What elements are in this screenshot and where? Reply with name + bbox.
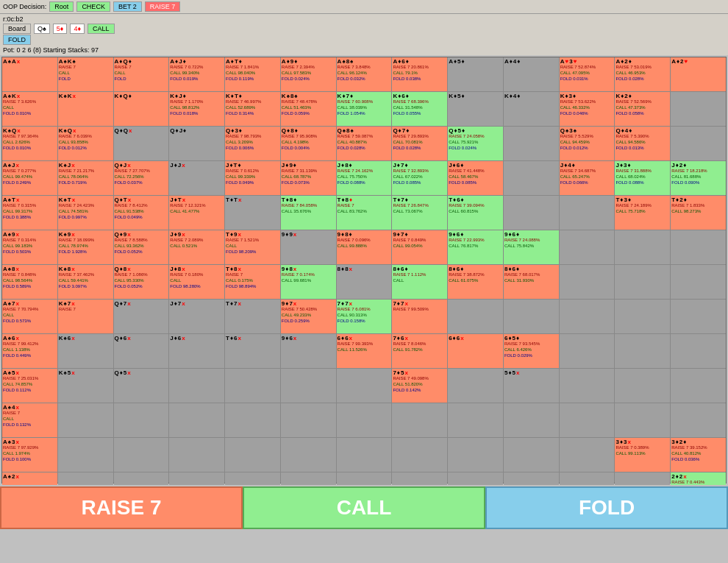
- legend-fold-label: FOLD: [579, 496, 635, 520]
- cell-93s: [615, 230, 670, 264]
- cell-73s: [615, 300, 670, 333]
- cell-K8s: K♦7♦ RAISE 7 60.908%CALL 38.039%FOLD 1.0…: [337, 92, 392, 126]
- cell-K5s: K♦4♦: [504, 92, 559, 126]
- legend-call: CALL: [243, 486, 485, 529]
- cell-A3s: A♦2♦ RAISE 7 53.019%CALL 46.953%FOLD 0.0…: [615, 57, 670, 91]
- cell-J6s: J♦6♦ RAISE 7 41.448%CALL 58.467%FOLD 0.0…: [448, 161, 503, 195]
- cell-Q3o: [114, 438, 169, 472]
- cell-A8s: A♠8♠ RAISE 7 3.848%CALL 96.124%FOLD 0.03…: [337, 57, 392, 91]
- card3: 4♦: [70, 24, 85, 34]
- board-button[interactable]: Board: [3, 24, 31, 34]
- cell-62o: [448, 472, 503, 485]
- cell-96o: 9♦ 6x: [281, 334, 336, 368]
- cell-42s: [671, 403, 726, 437]
- cell-93o: [281, 438, 336, 472]
- cell-Q2o: [114, 472, 169, 485]
- cell-Q2s: [671, 127, 726, 160]
- cell-63o: [448, 438, 503, 472]
- cell-54o: [504, 403, 559, 437]
- cell-95o: [281, 369, 336, 403]
- legend-raise: RAISE 7: [0, 486, 243, 529]
- raise7-button[interactable]: RAISE 7: [145, 1, 181, 12]
- legend-call-label: CALL: [337, 496, 392, 520]
- cell-K8o: K♠ 8x RAISE 7 37.462%CALL 59.441%FOLD 3.…: [58, 265, 113, 299]
- cell-J9s: J♦9♦ RAISE 7 31.139%CALL 68.787%FOLD 0.0…: [281, 161, 336, 195]
- cell-K3s: K♦2♦ RAISE 7 52.569%CALL 47.373%FOLD 0.0…: [615, 92, 670, 126]
- cell-JTs: J♦T♦ RAISE 7 0.612%CALL 99.339%FOLD 0.04…: [225, 161, 280, 195]
- cell-95s: 9♦6♦ RAISE 7 24.088%CALL 75.842%: [504, 230, 559, 264]
- cell-AA: A♠ Ax: [2, 57, 57, 91]
- cell-97s: 9♦7♦ RAISE 7 0.849%CALL 99.054%: [392, 230, 447, 264]
- cell-T2s: T♦2♦ RAISE 7 1.833%CALL 98.273%: [671, 196, 726, 230]
- cell-74o: [392, 403, 447, 437]
- cell-T9s: T♦8♦ RAISE 7 84.058%CALL 35.676%: [281, 196, 336, 230]
- cell-Q3s: Q♦4♦ RAISE 7 5.390%CALL 94.586%FOLD 0.01…: [615, 127, 670, 160]
- cell-T7o: T♦ 7x: [225, 300, 280, 333]
- position-text: r:0c:b2: [3, 15, 725, 23]
- cell-A4s: A♥3♥ RAISE 7 52.874%CALL 47.095%FOLD 0.0…: [560, 57, 615, 91]
- cell-A9o: A♠ 9x RAISE 7 0.314%CALL 99.183%FOLD 0.5…: [2, 230, 57, 264]
- cell-65o: [448, 369, 503, 403]
- cell-KQo: K♠ Qx RAISE 7 6.039%CALL 93.858%FOLD 0.0…: [58, 127, 113, 160]
- cell-87o: 7♦ 7x RAISE 7 6.081%CALL 90.313%FOLD 0.1…: [337, 300, 392, 333]
- cell-Q6o: Q♦ 6x: [114, 334, 169, 368]
- cell-A7s: A♦6♦ RAISE 7 20.861%CALL 79.1%FOLD 0.038…: [392, 57, 447, 91]
- cell-A2s: A♦2♥: [671, 57, 726, 91]
- cell-66: 6♦ 6x: [448, 334, 503, 368]
- cell-43o: [560, 438, 615, 472]
- cell-A6o: A♠ 6x RAISE 7 99.412%CALL 1.138%FOLD 0.4…: [2, 334, 57, 368]
- cell-A9s: A♦9♦ RAISE 7 2.394%CALL 97.583%FOLD 0.02…: [281, 57, 336, 91]
- cell-A7o: A♠ 7x RAISE 7 70.794%CALLFOLD 0.573%: [2, 300, 57, 333]
- cell-88: 8♦ 8x: [337, 265, 392, 299]
- cell-Q7s: Q♦7♦ RAISE 7 29.893%CALL 70.081%FOLD 0.0…: [392, 127, 447, 160]
- matrix-grid: A♠ Ax A♠K♠ RAISE 7CALLFOLD A♦Q♦ RAISE 7C…: [1, 57, 727, 484]
- cell-33: 3♦ 3x RAISE 7 0.389%CALL 99.113%: [615, 438, 670, 472]
- cell-22: 2♦ 2x RAISE 7 0.443%CALL 98.819%FOLD 0.7…: [671, 472, 726, 485]
- cell-AJs: A♦J♦ RAISE 7 0.722%CALL 99.340%FOLD 0.01…: [169, 57, 224, 91]
- cell-94o: [281, 403, 336, 437]
- cell-82s: [671, 265, 726, 299]
- cell-83s: [615, 265, 670, 299]
- cell-J5s: [504, 161, 559, 195]
- cell-TT: T♦ Tx: [225, 196, 280, 230]
- cell-K5o: K♠ 5x: [58, 369, 113, 403]
- fold-sub-button[interactable]: FOLD: [3, 35, 31, 45]
- cell-QTo: Q♦ Tx RAISE 7 8.412%CALL 91.538%FOLD 0.0…: [114, 196, 169, 230]
- cell-A5s: A♦4♦: [504, 57, 559, 91]
- cell-K6o: K♠ 6x: [58, 334, 113, 368]
- cell-KTo: K♠ Tx RAISE 7 24.423%CALL 74.581%FOLD 0.…: [58, 196, 113, 230]
- cell-84o: [337, 403, 392, 437]
- cell-75o: 7♦ 5x RAISE 7 49.098%CALL 51.820%FOLD 0.…: [392, 369, 447, 403]
- call-sub-button[interactable]: CALL: [88, 24, 115, 34]
- cell-55: 5♦ 5x: [504, 369, 559, 403]
- cell-T4o: [225, 403, 280, 437]
- root-button[interactable]: Root: [49, 1, 74, 12]
- cell-A6s: A♦5♦: [448, 57, 503, 91]
- bet2-button[interactable]: BET 2: [113, 1, 142, 12]
- cell-JJ: J♦ Jx: [169, 161, 224, 195]
- cell-42o: [560, 472, 615, 485]
- cell-75s: [504, 300, 559, 333]
- cell-99: 9♦ 9x: [281, 230, 336, 264]
- cell-72s: [671, 300, 726, 333]
- cell-QTs: Q♦3♦ RAISE 7 98.793%CALL 3.209%FOLD 0.00…: [225, 127, 280, 160]
- cell-84s: [560, 265, 615, 299]
- cell-K4o: [58, 403, 113, 437]
- check-button[interactable]: CHECK: [76, 1, 110, 12]
- cell-62s: [671, 334, 726, 368]
- pot-info: Pot: 0 2 6 (8) Starting Stacks: 97: [3, 46, 725, 54]
- cell-T6o: T♦ 6x: [225, 334, 280, 368]
- cell-K2o: [58, 472, 113, 485]
- cell-QJs: Q♦J♦: [169, 127, 224, 160]
- cell-53s: [615, 369, 670, 403]
- cell-Q4o: [114, 403, 169, 437]
- cell-KTs: K♦T♦ RAISE 7 46.997%CALL 52.689%FOLD 0.3…: [225, 92, 280, 126]
- cell-Q9o: Q♦ 9x RAISE 7 8.588%CALL 93.362%FOLD 0.0…: [114, 230, 169, 264]
- cell-ATs: A♦T♦ RAISE 7 1.841%CALL 98.040%FOLD 0.11…: [225, 57, 280, 91]
- cell-AKs: A♠K♠ RAISE 7CALLFOLD: [58, 57, 113, 91]
- cell-32o: [615, 472, 670, 485]
- cell-T6s: T♦6♦ RAISE 7 39.094%CALL 60.815%: [448, 196, 503, 230]
- cell-A2o: A♠ 2x: [2, 472, 57, 485]
- cell-J9o: J♦ 9x RAISE 7 2.089%CALL 0.521%: [169, 230, 224, 264]
- cell-85s: 8♦6♦ RAISE 7 68.017%CALL 31.930%: [504, 265, 559, 299]
